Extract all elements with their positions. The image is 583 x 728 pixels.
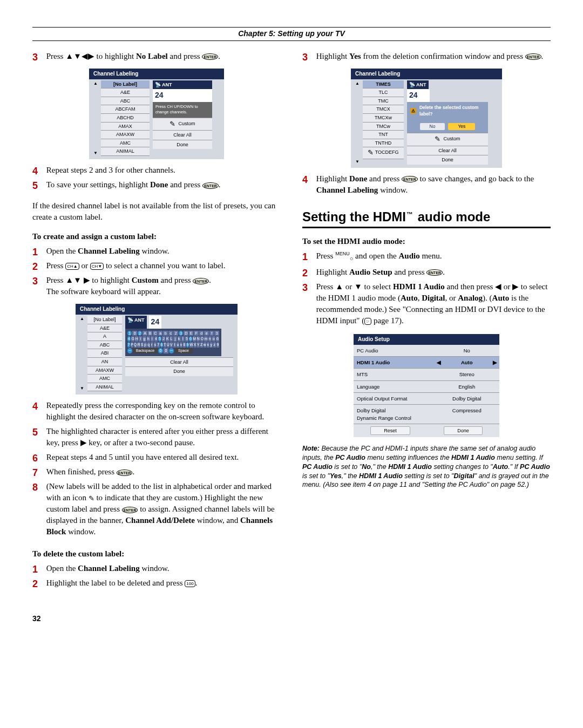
list-item: AMC — [87, 375, 122, 383]
custom-row: ✎ Custom — [407, 133, 488, 145]
text: Highlight — [316, 52, 349, 60]
text: and press — [367, 174, 402, 183]
r-step-4: 4 Highlight Done and press ENTER to save… — [302, 173, 551, 199]
bold-text: PC Audio — [335, 454, 365, 461]
audio-value: English — [435, 381, 500, 392]
step-number: 2 — [302, 267, 314, 280]
channel-labeling-screenshot-1: Channel Labeling ▲▼ [No Label] A&E ABC A… — [89, 69, 224, 159]
step-text: To save your settings, highlight Done an… — [46, 179, 279, 190]
list-item-sel: TIMES — [363, 80, 404, 89]
bold-text: Done — [150, 180, 168, 189]
list-item: TMC — [363, 97, 404, 106]
list-item: TMCw — [363, 123, 404, 131]
ui-body: ▲▼ [No Label] A&E A ABC ABI AN AMAXW AMC… — [76, 315, 238, 394]
menu-icon: MENU — [335, 251, 350, 256]
step-number: 2 — [32, 260, 44, 274]
ant-label: 📡 ANT — [407, 80, 429, 90]
text: , or — [445, 294, 458, 302]
bold-text: Audio — [398, 251, 419, 260]
text: and press — [168, 180, 202, 189]
bold-text: Channel Labeling — [78, 564, 140, 573]
ui-buttons: Clear All Done — [125, 357, 233, 376]
sub1-step-7: 7 When finished, press ENTER. — [32, 466, 281, 481]
text: setting is set to " — [403, 472, 454, 480]
text: ." If — [508, 463, 520, 471]
list-item: TLC — [363, 89, 404, 97]
bold-text: Channel Labeling — [316, 186, 378, 194]
audio-row: Optical Output Format Dolby Digital — [354, 393, 499, 405]
backspace-key: Backspace — [133, 348, 158, 353]
clearall-row: Clear All — [407, 146, 488, 155]
heading-text: Setting the HDMI — [302, 209, 406, 224]
list-item: AMAXW — [101, 131, 150, 139]
audio-value: Stereo — [435, 369, 500, 380]
left-column: 3 Press ▲▼◀▶ to highlight No Label and p… — [32, 51, 281, 593]
step-5-row: 5 To save your settings, highlight Done … — [32, 179, 281, 194]
step-number: 3 — [302, 51, 314, 64]
ui-buttons: ✎ Custom Clear All Done — [153, 118, 212, 149]
audio-step-2: 2 Highlight Audio Setup and press ENTER. — [302, 267, 551, 281]
text: ). ( — [483, 294, 492, 302]
audio-label: Language — [354, 381, 435, 392]
audio-label: PC Audio — [354, 345, 435, 356]
text: menu setting influences the — [365, 454, 451, 461]
step-number: 3 — [32, 275, 44, 288]
audio-label: Dolby Digital Dynamic Range Control — [354, 405, 435, 424]
alert-text: Delete the selected custom label? — [419, 105, 485, 118]
step-number: 6 — [32, 452, 44, 465]
step-number: 1 — [32, 246, 44, 259]
delete-label-screenshot: Channel Labeling ▲▼ TIMES TLC TMC TMCX T… — [351, 69, 502, 168]
value-text: Auto — [461, 359, 473, 365]
del-step-2: 2 Highlight the label to be deleted and … — [32, 577, 281, 592]
step-text: (New labels will be added to the list in… — [46, 481, 279, 538]
step-text: Open the Channel Labeling window. — [46, 246, 279, 257]
space-key: Space — [174, 348, 193, 353]
text: ANT — [162, 82, 172, 87]
scroll-arrows: ▲▼ — [80, 316, 84, 391]
text: Press ▲ or ▼ to select — [316, 282, 393, 291]
ui-right-column: 📡 ANT 24 ⚠ Delete the selected custom la… — [407, 80, 488, 165]
text: window. — [140, 247, 170, 255]
text: Highlight — [316, 268, 349, 276]
step-number: 7 — [32, 466, 44, 480]
list-item: A&E — [87, 324, 122, 333]
channel-list: [No Label] A&E ABC ABCFAM ABCHD AMAX AMA… — [101, 80, 150, 156]
bold-text: HDMI 1 Audio — [388, 463, 432, 471]
sub1-step-4: 4 Repeatedly press the corresponding key… — [32, 400, 281, 426]
paragraph: If the desired channel label is not avai… — [32, 200, 281, 223]
bold-text: HDMI 1 Audio — [393, 282, 445, 291]
text: Press — [46, 261, 65, 270]
trademark-icon: ™ — [406, 210, 413, 218]
alert-bar: ⚠ Delete the selected custom label? — [407, 102, 488, 120]
chapter-header: Chapter 5: Setting up your TV — [32, 27, 551, 41]
text: To save your settings, highlight — [46, 180, 150, 189]
step-number: 3 — [302, 281, 314, 295]
text: Custom — [443, 137, 460, 142]
list-item: ANIMAL — [101, 147, 150, 156]
text: ANT — [134, 317, 145, 323]
step-text: Repeatedly press the corresponding key o… — [46, 400, 279, 423]
enter-icon: ENTER — [402, 176, 418, 182]
ui-title: Channel Labeling — [351, 69, 502, 79]
step-number: 5 — [32, 426, 44, 439]
enter-icon: ENTER — [202, 53, 218, 60]
text: and press — [168, 52, 202, 60]
text: ANT — [416, 82, 426, 87]
ui-title: Audio Setup — [354, 334, 499, 345]
bold-text: PC Audio — [302, 463, 333, 471]
subheading: To delete the custom label: — [32, 548, 281, 560]
list-item: AMAX — [101, 123, 150, 131]
text: window, and — [195, 516, 240, 525]
bold-text: Channel Add/Delete — [125, 516, 195, 525]
enter-icon: ENTER — [117, 470, 133, 476]
list-item: ABCFAM — [101, 105, 150, 114]
audio-label: MTS — [354, 369, 435, 380]
ch-dn-icon: CH▼ — [90, 263, 104, 270]
list-item-custom: ✎ TOCDEFG — [363, 147, 404, 159]
step-3-row: 3 Press ▲▼◀▶ to highlight No Label and p… — [32, 51, 281, 65]
step-number: 2 — [32, 577, 44, 591]
bold-text: Done — [349, 174, 367, 183]
step-number: 4 — [302, 173, 314, 187]
text: Highlight the label to be deleted and pr… — [46, 579, 185, 587]
step-text: Repeat steps 4 and 5 until you have ente… — [46, 452, 279, 463]
